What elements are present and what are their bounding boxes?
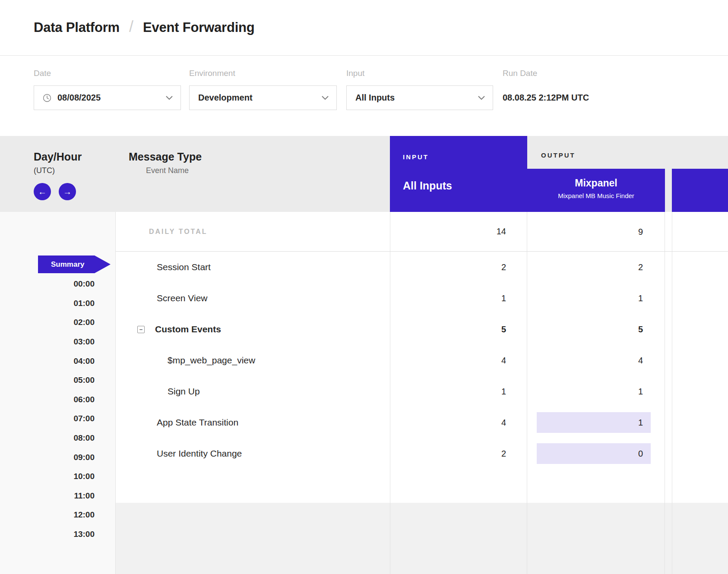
- empty-row: [116, 469, 728, 503]
- input-dropdown-value: All Inputs: [355, 93, 395, 103]
- table-footer-filler: [116, 503, 728, 574]
- mixpanel-connector-header[interactable]: Mixpanel Mixpanel MB Music Finder: [527, 169, 665, 212]
- event-name: Screen View: [116, 283, 390, 314]
- table-row: Sign Up 1 1: [116, 376, 728, 407]
- collapse-minus-icon[interactable]: −: [137, 326, 145, 333]
- arrow-left-icon: ←: [38, 187, 47, 196]
- daily-total-row: DAILY TOTAL 14 9: [116, 212, 728, 252]
- previous-day-button[interactable]: ←: [34, 183, 51, 200]
- event-name: Sign Up: [116, 376, 390, 407]
- partial-connector-header[interactable]: [672, 169, 728, 212]
- day-hour-title: Day/Hour: [34, 151, 116, 163]
- hour-item[interactable]: 02:00: [0, 313, 95, 332]
- summary-selector[interactable]: Summary: [38, 255, 111, 273]
- input-count: 2: [390, 252, 527, 283]
- day-nav: ← →: [34, 183, 116, 200]
- daily-total-input-value: 14: [390, 212, 527, 251]
- output-count: 1: [537, 288, 651, 309]
- hour-item[interactable]: 07:00: [0, 409, 95, 429]
- breadcrumb-separator: /: [129, 18, 133, 36]
- daily-total-output-cell: 9: [527, 212, 665, 251]
- hour-item[interactable]: 03:00: [0, 332, 95, 352]
- input-filter: Input All Inputs: [346, 69, 493, 136]
- hour-item[interactable]: 06:00: [0, 390, 95, 410]
- event-name: $mp_web_page_view: [116, 345, 390, 376]
- hour-item[interactable]: 11:00: [0, 486, 95, 506]
- hour-item[interactable]: 00:00: [0, 274, 95, 294]
- connector-subtitle: Mixpanel MB Music Finder: [527, 192, 665, 199]
- input-column-eyebrow: INPUT: [403, 153, 527, 161]
- hour-item[interactable]: 12:00: [0, 505, 95, 525]
- column-gap: [665, 136, 672, 212]
- output-column-header: OUTPUT Mixpanel Mixpanel MB Music Finder: [527, 136, 665, 212]
- output-count: 2: [537, 257, 651, 278]
- date-dropdown[interactable]: 08/08/2025: [34, 85, 181, 110]
- breadcrumb-data-platform[interactable]: Data Platform: [34, 20, 120, 35]
- message-type-title: Message Type: [129, 151, 390, 163]
- arrow-right-icon: →: [63, 187, 72, 196]
- table-row: Screen View 1 1: [116, 283, 728, 314]
- daily-total-label: DAILY TOTAL: [116, 212, 390, 251]
- event-name-subtitle: Event Name: [129, 166, 390, 175]
- output-count: 1: [537, 381, 651, 402]
- input-dropdown[interactable]: All Inputs: [346, 85, 493, 110]
- output-column-eyebrow: OUTPUT: [541, 151, 665, 159]
- environment-filter: Environment Development: [189, 69, 337, 136]
- table-row: Session Start 2 2: [116, 252, 728, 283]
- data-grid: DAILY TOTAL 14 9 Session Start 2 2 Scree…: [116, 212, 728, 574]
- event-name: Session Start: [116, 252, 390, 283]
- table-row: $mp_web_page_view 4 4: [116, 345, 728, 376]
- table-row: User Identity Change 2 0: [116, 438, 728, 469]
- hour-item[interactable]: 05:00: [0, 371, 95, 390]
- event-forwarding-page: Data Platform / Event Forwarding Date 08…: [0, 0, 728, 574]
- environment-dropdown[interactable]: Development: [189, 85, 337, 110]
- event-name: Custom Events: [155, 324, 221, 334]
- daily-total-output-value: 9: [537, 221, 651, 242]
- input-column-title: All Inputs: [403, 180, 527, 192]
- output-count: 4: [537, 350, 651, 371]
- run-date-value: 08.08.25 2:12PM UTC: [503, 85, 589, 110]
- next-connector-partial: [672, 136, 728, 212]
- table-body: Summary 00:00 01:00 02:00 03:00 04:00 05…: [0, 212, 728, 574]
- input-count: 1: [390, 283, 527, 314]
- breadcrumb: Data Platform / Event Forwarding: [0, 0, 728, 56]
- hour-item[interactable]: 10:00: [0, 467, 95, 486]
- message-type-header: Message Type Event Name: [116, 136, 390, 212]
- input-column-header: INPUT All Inputs: [390, 136, 527, 212]
- page-title: Event Forwarding: [143, 20, 255, 35]
- input-count: 4: [390, 345, 527, 376]
- table-row: App State Transition 4 1: [116, 407, 728, 438]
- event-group-name: − Custom Events: [116, 314, 390, 345]
- hour-item[interactable]: 13:00: [0, 525, 95, 544]
- chevron-down-icon: [472, 96, 485, 100]
- input-count: 2: [390, 438, 527, 469]
- input-filter-label: Input: [346, 69, 493, 78]
- day-hour-header: Day/Hour (UTC) ← →: [0, 136, 116, 212]
- output-count-highlighted[interactable]: 1: [537, 412, 651, 433]
- filter-bar: Date 08/08/2025 Environment Development: [0, 56, 728, 136]
- hour-item[interactable]: 04:00: [0, 351, 95, 371]
- input-count: 4: [390, 407, 527, 438]
- input-count: 1: [390, 376, 527, 407]
- day-hour-subtitle: (UTC): [34, 166, 116, 175]
- hour-item[interactable]: 01:00: [0, 294, 95, 313]
- hour-item[interactable]: 08:00: [0, 429, 95, 448]
- day-hour-column: Summary 00:00 01:00 02:00 03:00 04:00 05…: [0, 212, 116, 574]
- chevron-down-icon: [316, 96, 329, 100]
- hour-item[interactable]: 09:00: [0, 448, 95, 467]
- output-count-highlighted[interactable]: 0: [537, 443, 651, 464]
- table-row-group: − Custom Events 5 5: [116, 314, 728, 345]
- event-name: App State Transition: [116, 407, 390, 438]
- table-header: Day/Hour (UTC) ← → Message Type Event Na…: [0, 136, 728, 212]
- run-date-label: Run Date: [503, 69, 589, 78]
- connector-title: Mixpanel: [527, 177, 665, 189]
- date-filter-label: Date: [34, 69, 181, 78]
- date-filter: Date 08/08/2025: [34, 69, 181, 136]
- date-dropdown-value: 08/08/2025: [57, 93, 101, 103]
- chevron-down-icon: [160, 96, 173, 100]
- environment-dropdown-value: Development: [198, 93, 253, 103]
- environment-filter-label: Environment: [189, 69, 337, 78]
- next-day-button[interactable]: →: [59, 183, 76, 200]
- run-date: Run Date 08.08.25 2:12PM UTC: [503, 69, 589, 136]
- clock-icon: [43, 94, 51, 102]
